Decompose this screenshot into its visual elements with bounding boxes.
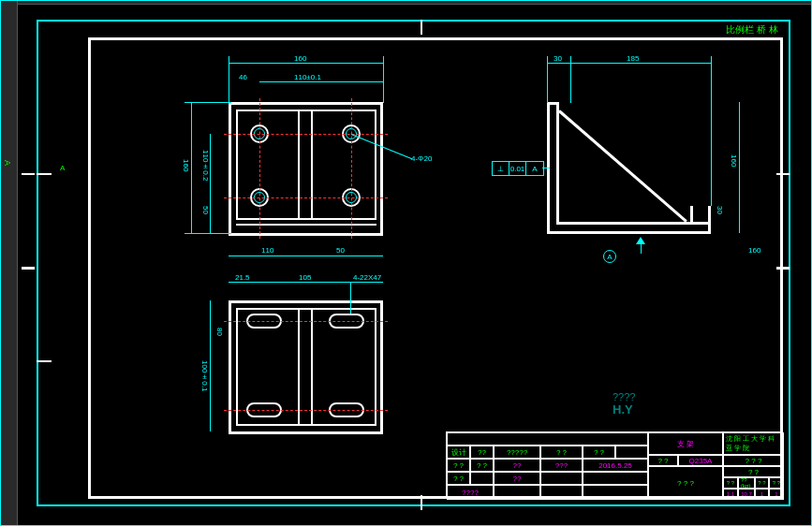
tb-mat-label: ? ? <box>648 455 678 466</box>
centerline <box>224 321 388 322</box>
tb-material: Q235A <box>678 455 723 466</box>
part-edge <box>229 233 383 236</box>
tb-cell: ??(kg) <box>738 477 755 489</box>
tb-cell: ?? <box>494 472 540 485</box>
tb-cell <box>540 472 583 485</box>
dim-value: 30 <box>554 54 562 63</box>
part-edge <box>547 231 711 234</box>
gdt-symbol: ⊥ <box>493 162 509 175</box>
dim-ext <box>229 56 229 103</box>
leader <box>542 168 550 168</box>
tick-mark <box>37 173 52 175</box>
dim-ext <box>383 56 384 103</box>
dim-ext <box>185 233 231 234</box>
centerline <box>224 410 388 411</box>
frame-inner <box>88 37 783 499</box>
tb-cell: ?? <box>470 446 494 459</box>
title-block: 支 架 ? ? Q235A 沈 阳 工 大 学 科 亚 学 院 设计 ?? ??… <box>446 431 783 499</box>
tb-cell: ? ? ? <box>648 466 723 500</box>
tb-cell <box>540 485 583 500</box>
tb-cell: ? ? <box>769 477 784 489</box>
dim-value: 21.5 <box>235 273 250 282</box>
part-edge <box>229 300 383 303</box>
dim-ext <box>185 102 231 103</box>
datum-triangle <box>636 237 645 244</box>
dim-value: 160 <box>748 246 760 255</box>
dim-line <box>229 63 383 64</box>
ruler-marker-a: A <box>3 160 12 166</box>
slot-callout: 4-22X47 <box>353 273 381 282</box>
tb-cell <box>494 485 540 500</box>
tb-cell: 设计 <box>447 446 470 459</box>
gdt-frame: ⊥ 0.01 A <box>492 161 544 176</box>
centerline <box>259 98 260 239</box>
dim-value: 110 <box>261 246 273 255</box>
dim-value: 185 <box>627 54 639 63</box>
dim-value: 110±0.1 <box>294 73 321 81</box>
tick-mark <box>421 20 422 35</box>
part-edge <box>236 308 238 424</box>
tb-cell <box>583 485 648 500</box>
part-edge <box>236 110 376 111</box>
gdt-tolerance: 0.01 <box>509 162 526 175</box>
leader <box>350 282 383 283</box>
dim-line <box>547 63 711 64</box>
dim-line <box>210 300 211 431</box>
hy-label: H.Y <box>613 402 633 416</box>
tb-cell <box>470 472 494 485</box>
rib <box>311 308 313 424</box>
part-edge <box>380 102 383 235</box>
part-edge <box>236 424 376 426</box>
tb-institution: 沈 阳 工 大 学 科 亚 学 院 <box>723 432 784 455</box>
dim-line <box>210 134 211 233</box>
dim-value: 30 <box>716 206 724 214</box>
tb-cell: ? ? <box>583 446 615 459</box>
dim-value: 110±0.2 <box>201 150 210 181</box>
centerline <box>224 197 388 198</box>
tb-cell <box>615 446 648 459</box>
annotation-text: ???? <box>613 391 635 402</box>
dim-value: 100±0.1 <box>200 360 209 391</box>
rib <box>298 110 300 218</box>
tick-mark <box>22 267 35 270</box>
tb-cell: ? ? <box>540 446 583 459</box>
tb-cell: ? ? <box>470 459 494 472</box>
part-edge <box>229 102 231 233</box>
part-edge <box>690 222 711 225</box>
part-edge <box>236 224 376 226</box>
tb-cell: ? ? <box>723 477 738 489</box>
tb-cell: ? ? ? <box>723 455 784 466</box>
tb-of: 1 <box>769 489 784 500</box>
dim-line <box>259 81 383 82</box>
drawing-canvas[interactable]: 比例栏 桥 林 A <box>18 5 811 525</box>
dim-value: 50 <box>201 206 210 214</box>
datum-label: A <box>603 250 616 263</box>
ruler-left: A <box>1 1 18 525</box>
dim-value: 160 <box>730 154 738 167</box>
tb-cell: ? ? <box>447 459 470 472</box>
tb-cell: ????? <box>494 446 540 459</box>
tb-row <box>447 432 648 446</box>
tb-cell: ???? <box>447 485 494 500</box>
tb-date: 2016.5.25 <box>583 459 648 472</box>
cad-viewport[interactable]: A 比例栏 桥 林 A <box>0 0 812 526</box>
dim-ext <box>711 56 712 206</box>
dim-value: 80 <box>215 328 224 336</box>
hole-callout: 4-Φ20 <box>411 154 432 163</box>
part-edge <box>375 110 376 218</box>
part-edge <box>229 102 383 105</box>
corner-label: 比例栏 桥 林 <box>726 25 778 35</box>
part-edge <box>708 206 711 234</box>
dim-line <box>229 256 383 256</box>
tb-cell: ??? <box>540 459 583 472</box>
part-edge <box>229 300 231 431</box>
part-edge <box>236 110 238 218</box>
rib <box>298 308 300 424</box>
tb-sheet: 1 <box>755 489 769 500</box>
dim-line <box>191 102 192 233</box>
tb-part-name: 支 架 <box>648 432 723 455</box>
tb-cell: ? ? <box>447 472 470 485</box>
part-edge <box>556 102 559 224</box>
tb-scale: 1:1 <box>723 489 738 500</box>
dim-value: 160 <box>182 159 190 171</box>
